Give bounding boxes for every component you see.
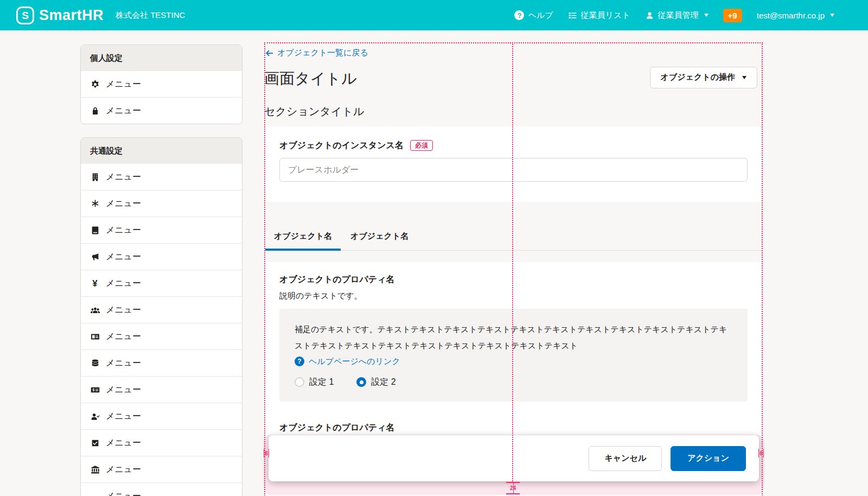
sidebar-group-title: 共通設定 [81,138,242,164]
property-label: オブジェクトのプロパティ名 [279,274,748,285]
building-icon [90,172,100,182]
chevron-down-icon [830,14,834,17]
nav-help[interactable]: ヘルプ [514,10,553,21]
action-button[interactable]: アクション [671,446,746,471]
radio-unchecked-icon [295,377,304,387]
field-label-row: オブジェクトのインスタンス名 必須 [279,140,748,151]
tab-object-2[interactable]: オブジェクト名 [342,228,417,251]
money-check-icon [90,385,100,395]
nav-employee-list-label: 従業員リスト [581,10,630,21]
title-row: 画面タイトル オブジェクトの操作 [264,69,763,88]
chevron-down-icon [704,14,709,17]
section-title: セクションタイトル [264,104,763,118]
check-square-icon [90,438,100,448]
object-actions-button[interactable]: オブジェクトの操作 [650,67,757,88]
sidebar-item-label: メニュー [106,224,141,236]
sidebar-item-menu[interactable]: メニュー [81,164,242,190]
radio-label: 設定 1 [309,377,334,388]
note-box: 補足のテキストです。テキストテキストテキストテキストテキストテキストテキストテキ… [279,309,748,402]
menu-icon [90,491,100,496]
object-tabs: オブジェクト名 オブジェクト名 [264,228,763,251]
sidebar-item-menu[interactable]: メニュー [81,482,242,496]
sidebar-item-menu[interactable]: メニュー [81,296,242,323]
header-nav: ヘルプ 従業員リスト 従業員管理 +9 test@smarthr.co.jp [514,9,834,22]
header-left: SmartHR 株式会社 TESTINC [16,7,185,24]
sidebar-item-label: メニュー [106,171,141,183]
nav-employee-admin-label: 従業員管理 [658,10,699,21]
help-page-link[interactable]: ヘルプページへのリンク [295,357,400,367]
help-circle-icon [295,357,304,366]
instance-name-input[interactable] [279,158,748,182]
sidebar-item-menu[interactable]: メニュー [81,71,242,97]
sidebar-item-label: メニュー [106,277,141,289]
account-email: test@smarthr.co.jp [757,11,825,20]
asterisk-icon [90,199,100,208]
sidebar-item-label: メニュー [106,437,141,449]
cancel-button[interactable]: キャンセル [589,446,662,471]
nav-employee-list[interactable]: 従業員リスト [568,10,630,21]
floating-action-bar: キャンセル アクション [269,435,759,481]
list-icon [568,11,577,20]
radio-group: 設定 1 設定 2 [295,377,732,388]
person-check-icon [90,411,100,421]
sidebar-item-menu[interactable]: メニュー [81,217,242,243]
radio-option-1[interactable]: 設定 1 [295,377,334,388]
sidebar-item-label: メニュー [106,105,141,117]
bank-icon [90,465,100,474]
sidebar-group-title: 個人設定 [81,45,242,71]
book-icon [90,225,100,235]
arrow-left-icon [265,49,273,57]
sidebar-item-menu[interactable]: メニュー [81,323,242,349]
id-card-icon [90,332,100,341]
radio-option-2[interactable]: 設定 2 [356,377,395,388]
back-to-list-link[interactable]: オブジェクト一覧に戻る [265,48,368,58]
sidebar-item-label: メニュー [106,78,141,90]
gear-icon [90,79,100,89]
sidebar-item-label: メニュー [106,384,141,396]
app-header: SmartHR 株式会社 TESTINC ヘルプ 従業員リスト 従業員管理 +9… [0,0,868,30]
lock-icon [90,106,100,116]
megaphone-icon [90,252,100,262]
sidebar-item-menu[interactable]: メニュー [81,349,242,376]
sidebar-item-menu[interactable]: メニュー [81,243,242,270]
database-icon [90,358,100,368]
tab-object-1[interactable]: オブジェクト名 [265,228,341,251]
sidebar-item-label: メニュー [106,251,141,263]
help-link-label: ヘルプページへのリンク [309,357,400,367]
notification-badge[interactable]: +9 [723,9,742,22]
settings-sidebar: 個人設定 メニュー メニュー 共通設定 メニュー メニュー メニュー メニュー [80,44,242,496]
sidebar-item-label: メニュー [106,463,141,475]
nav-help-label: ヘルプ [528,10,553,21]
sidebar-item-menu[interactable]: メニュー [81,403,242,429]
sidebar-item-menu[interactable]: メニュー [81,429,242,456]
back-link-label: オブジェクト一覧に戻る [277,48,368,58]
sidebar-item-menu[interactable]: メニュー [81,270,242,296]
object-detail-page: オブジェクト一覧に戻る 画面タイトル オブジェクトの操作 セクションタイトル オ… [264,42,763,496]
sidebar-item-label: メニュー [106,330,141,342]
sidebar-item-menu[interactable]: メニュー [81,376,242,403]
required-badge: 必須 [410,140,433,151]
object-actions-label: オブジェクトの操作 [661,72,735,82]
company-name: 株式会社 TESTINC [116,10,185,21]
instance-name-label: オブジェクトのインスタンス名 [279,140,404,151]
help-circle-icon [514,10,524,20]
note-text: 補足のテキストです。テキストテキストテキストテキストテキストテキストテキストテキ… [295,321,732,354]
smarthr-logo-icon [16,7,34,24]
sidebar-item-menu[interactable]: メニュー [81,190,242,217]
sidebar-item-menu[interactable]: メニュー [81,97,242,124]
sidebar-item-label: メニュー [106,198,141,209]
users-icon [90,305,100,315]
property-description: 説明のテキストです。 [279,290,748,301]
sidebar-group-personal: 個人設定 メニュー メニュー [80,44,242,124]
nav-employee-admin[interactable]: 従業員管理 [645,10,709,21]
sidebar-item-menu[interactable]: メニュー [81,456,242,482]
smarthr-logo[interactable]: SmartHR [16,7,104,24]
instance-name-card: オブジェクトのインスタンス名 必須 [264,126,763,202]
sidebar-item-label: メニュー [106,490,141,496]
sidebar-item-label: メニュー [106,304,141,316]
property-label: オブジェクトのプロパティ名 [279,422,748,433]
account-menu[interactable]: test@smarthr.co.jp [757,11,834,20]
yen-icon [90,278,100,288]
brand-name: SmartHR [39,7,104,24]
radio-checked-icon [356,377,366,387]
